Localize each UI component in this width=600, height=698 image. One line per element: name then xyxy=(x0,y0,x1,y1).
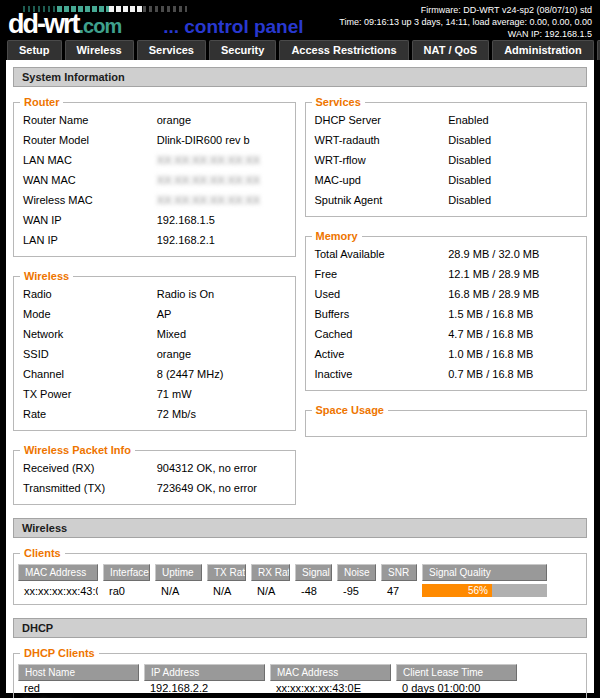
info-row: LAN IP192.168.2.1 xyxy=(14,230,295,250)
section-wireless: Wireless xyxy=(13,518,587,538)
info-value: 12.1 MB / 28.9 MB xyxy=(448,268,582,280)
space-usage-legend: Space Usage xyxy=(312,404,388,416)
info-row: MAC-updDisabled xyxy=(306,170,587,190)
info-row: ModeAP xyxy=(14,304,295,324)
col-header-ip-address: IP Address xyxy=(144,664,265,681)
tab-nat-qos[interactable]: NAT / QoS xyxy=(412,40,490,60)
cell-ip: 192.168.2.2 xyxy=(144,681,265,695)
wireless-packet-info-legend: Wireless Packet Info xyxy=(20,444,135,456)
info-row: Router Nameorange xyxy=(14,110,295,130)
nav-tabs: Setup Wireless Services Security Access … xyxy=(0,40,600,60)
info-value: orange xyxy=(157,114,291,126)
uptime-text: Time: 09:16:13 up 3 days, 14:11, load av… xyxy=(339,16,592,28)
info-label: WAN IP xyxy=(23,214,157,226)
tab-wireless[interactable]: Wireless xyxy=(65,40,134,60)
info-row: Router ModelDlink-DIR600 rev b xyxy=(14,130,295,150)
info-row: NetworkMixed xyxy=(14,324,295,344)
info-row: Cached4.7 MB / 16.8 MB xyxy=(306,324,587,344)
info-row: Free12.1 MB / 28.9 MB xyxy=(306,264,587,284)
info-label: Active xyxy=(315,348,449,360)
cell-uptime: N/A xyxy=(155,581,202,598)
memory-fieldset: Memory Total Available28.9 MB / 32.0 MB … xyxy=(305,230,588,391)
brand-domain: .com xyxy=(78,15,121,37)
tab-security[interactable]: Security xyxy=(209,40,276,60)
info-value: 28.9 MB / 32.0 MB xyxy=(448,248,582,260)
wireless-clients-fieldset: Clients MAC Address Interface Uptime TX … xyxy=(13,547,587,605)
header-status-info: Firmware: DD-WRT v24-sp2 (08/07/10) std … xyxy=(339,4,592,40)
table-row: red 192.168.2.2 xx:xx:xx:xx:43:0E 0 days… xyxy=(18,681,582,695)
info-label: Inactive xyxy=(315,368,449,380)
info-label: Rate xyxy=(23,408,157,420)
router-legend: Router xyxy=(20,96,63,108)
cell-lease: 0 days 01:00:00 xyxy=(396,681,517,695)
cell-interface: ra0 xyxy=(103,581,150,598)
info-value: 723649 OK, no error xyxy=(157,482,291,494)
cell-mac: xx:xx:xx:xx:43:0E xyxy=(270,681,391,695)
col-header-snr: SNR xyxy=(381,564,417,581)
wireless-fieldset: Wireless RadioRadio is On ModeAP Network… xyxy=(13,270,296,431)
cell-signal: -48 xyxy=(295,581,332,598)
info-label: Router Name xyxy=(23,114,157,126)
info-label: Sputnik Agent xyxy=(315,194,449,206)
wireless-packet-info-fieldset: Wireless Packet Info Received (RX)904312… xyxy=(13,444,296,505)
info-label: LAN IP xyxy=(23,234,157,246)
section-dhcp: DHCP xyxy=(13,618,587,638)
info-value: 8 (2447 MHz) xyxy=(157,368,291,380)
info-value: Disabled xyxy=(448,194,582,206)
info-label: WAN MAC xyxy=(23,174,157,186)
info-row: LAN MACXX:XX:XX:XX:XX:XX xyxy=(14,150,295,170)
info-label: MAC-upd xyxy=(315,174,449,186)
info-row: Rate72 Mb/s xyxy=(14,404,295,424)
info-row: Wireless MACXX:XX:XX:XX:XX:XX xyxy=(14,190,295,210)
info-value: Disabled xyxy=(448,134,582,146)
info-label: Channel xyxy=(23,368,157,380)
info-label: Received (RX) xyxy=(23,462,157,474)
col-header-signal-quality: Signal Quality xyxy=(422,564,547,581)
signal-quality-bar: 56% xyxy=(422,584,547,597)
info-value: Enabled xyxy=(448,114,582,126)
info-value-redacted: XX:XX:XX:XX:XX:XX xyxy=(157,194,291,206)
router-fieldset: Router Router Nameorange Router ModelDli… xyxy=(13,96,296,257)
info-value: Mixed xyxy=(157,328,291,340)
info-label: Total Available xyxy=(315,248,449,260)
tab-services[interactable]: Services xyxy=(137,40,206,60)
info-row: Active1.0 MB / 16.8 MB xyxy=(306,344,587,364)
table-header-row: Host Name IP Address MAC Address Client … xyxy=(18,664,582,681)
info-row: Total Available28.9 MB / 32.0 MB xyxy=(306,244,587,264)
services-legend: Services xyxy=(312,96,365,108)
wireless-legend: Wireless xyxy=(20,270,73,282)
table-row: xx:xx:xx:xx:43:0e ra0 N/A N/A N/A -48 -9… xyxy=(18,581,582,598)
cell-rx-rate: N/A xyxy=(251,581,290,598)
info-label: WRT-rflow xyxy=(315,154,449,166)
memory-legend: Memory xyxy=(312,230,362,242)
info-value: 72 Mb/s xyxy=(157,408,291,420)
info-value: 0.7 MB / 16.8 MB xyxy=(448,368,582,380)
col-header-tx-rate: TX Rate xyxy=(207,564,246,581)
tab-access-restrictions[interactable]: Access Restrictions xyxy=(279,40,408,60)
info-value-redacted: XX:XX:XX:XX:XX:XX xyxy=(157,174,291,186)
tab-administration[interactable]: Administration xyxy=(492,40,594,60)
info-value: 16.8 MB / 28.9 MB xyxy=(448,288,582,300)
info-value: 192.168.2.1 xyxy=(157,234,291,246)
tab-setup[interactable]: Setup xyxy=(7,40,62,60)
info-row: RadioRadio is On xyxy=(14,284,295,304)
col-header-uptime: Uptime xyxy=(155,564,202,581)
info-value: 1.5 MB / 16.8 MB xyxy=(448,308,582,320)
section-system-information: System Information xyxy=(13,67,587,87)
info-label: Wireless MAC xyxy=(23,194,157,206)
space-usage-empty xyxy=(306,418,587,430)
firmware-text: Firmware: DD-WRT v24-sp2 (08/07/10) std xyxy=(339,4,592,16)
info-label: TX Power xyxy=(23,388,157,400)
info-value: 71 mW xyxy=(157,388,291,400)
info-value: Disabled xyxy=(448,174,582,186)
info-label: Router Model xyxy=(23,134,157,146)
table-header-row: MAC Address Interface Uptime TX Rate RX … xyxy=(18,564,582,581)
cell-mac: xx:xx:xx:xx:43:0e xyxy=(18,581,98,598)
info-row: SSIDorange xyxy=(14,344,295,364)
services-fieldset: Services DHCP ServerEnabled WRT-radauthD… xyxy=(305,96,588,217)
info-label: Transmitted (TX) xyxy=(23,482,157,494)
cell-snr: 47 xyxy=(381,581,417,598)
info-label: Radio xyxy=(23,288,157,300)
info-label: LAN MAC xyxy=(23,154,157,166)
page-header: dd-wrt.com ... control panel Firmware: D… xyxy=(0,0,600,40)
